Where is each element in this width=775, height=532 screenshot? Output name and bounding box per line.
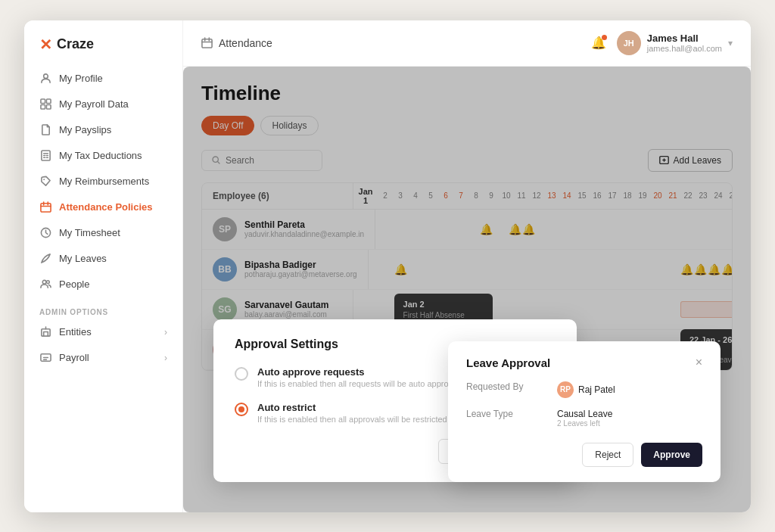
svg-point-10 [46,281,49,284]
radio-inner [238,406,244,412]
leave-type-sub: 2 Leaves left [557,419,612,428]
sidebar-item-entities[interactable]: Entities › [24,319,182,345]
chevron-right-icon: › [164,327,167,338]
radio-option-text: Auto approve requests If this is enabled… [257,366,462,388]
sidebar-item-label: Payroll [59,352,89,363]
app-logo: ✕ Craze [24,20,182,66]
svg-point-9 [42,280,46,284]
modal-leave-footer: Reject Approve [466,443,702,467]
sidebar: ✕ Craze My Profile My Payroll Data My [24,20,183,512]
leave-type-label: Leave Type [466,409,557,419]
sidebar-item-label: My Payslips [59,124,111,135]
user-email: james.hall@aol.com [647,44,722,53]
requested-by-value: RP Raj Patel [557,381,615,398]
sidebar-item-label: My Payroll Data [59,98,129,110]
sidebar-item-label: My Profile [59,73,103,84]
person-icon [39,73,51,85]
radio-auto-restrict[interactable] [235,403,248,416]
user-text: James Hall james.hall@aol.com [647,33,722,53]
app-window: ✕ Craze My Profile My Payroll Data My [24,20,751,512]
building-icon [39,326,51,338]
document-icon [39,124,51,136]
topbar-section: Attendance [201,37,272,49]
user-name: James Hall [647,33,722,44]
chevron-down-icon: ▾ [728,38,733,48]
radio-auto-approve[interactable] [235,367,248,381]
svg-rect-7 [40,204,50,212]
section-title: Attendance [219,37,272,49]
grid-icon [39,98,51,110]
logo-icon: ✕ [39,36,52,54]
sidebar-item-payroll-admin[interactable]: Payroll › [24,345,182,371]
attendance-icon [201,37,213,48]
sidebar-item-people[interactable]: People [24,272,182,297]
avatar: JH [617,31,641,55]
sidebar-item-payslips[interactable]: My Payslips [24,117,182,143]
app-name: Craze [57,36,94,52]
modal-leave-title: Leave Approval [466,356,550,369]
sidebar-item-timesheet[interactable]: My Timesheet [24,220,182,246]
svg-rect-3 [40,104,45,109]
sidebar-item-label: My Timesheet [59,227,120,238]
leave-type-name: Causal Leave [557,409,612,419]
svg-rect-2 [46,99,51,104]
sidebar-nav: My Profile My Payroll Data My Payslips M… [24,66,182,512]
sidebar-item-my-profile[interactable]: My Profile [24,66,182,92]
svg-rect-4 [46,104,51,109]
leaf-icon [39,253,51,265]
admin-section-label: ADMIN OPTIONS [24,297,182,319]
notifications-button[interactable]: 🔔 [591,36,606,50]
tag-icon [39,176,51,188]
calendar-icon [39,201,51,213]
modal-leave-header: Leave Approval × [466,356,702,369]
requested-by-label: Requested By [466,381,557,392]
radio-label: Auto approve requests [257,366,462,378]
sidebar-item-leaves[interactable]: My Leaves [24,246,182,272]
sidebar-item-label: My Leaves [59,253,107,264]
sidebar-item-attendance-policies[interactable]: Attendance Policies [24,194,182,220]
svg-point-6 [43,179,45,180]
svg-rect-5 [41,151,49,160]
leave-approval-modal: Leave Approval × Requested By RP Raj Pat… [448,341,721,482]
sidebar-item-payroll-data[interactable]: My Payroll Data [24,92,182,117]
calculator-icon [39,150,51,162]
page-content: Timeline Day Off Holidays Add Leaves [183,67,751,512]
reject-button[interactable]: Reject [582,443,633,467]
main-content: Attendance 🔔 JH James Hall james.hall@ao… [183,20,751,512]
requester-avatar: RP [557,381,574,398]
approve-button[interactable]: Approve [641,443,702,467]
sidebar-item-label: Attendance Policies [59,201,153,213]
payroll-icon [39,352,51,364]
sidebar-item-reimbursements[interactable]: My Reimbursements [24,169,182,194]
leave-type-value: Causal Leave 2 Leaves left [557,409,612,428]
sidebar-item-label: Entities [59,326,92,338]
people-icon [39,278,51,291]
avatar-initials: JH [624,39,634,48]
svg-point-0 [43,74,48,79]
requester-name: Raj Patel [578,384,615,395]
notification-dot [602,35,607,40]
sidebar-item-label: My Reimbursements [59,176,149,187]
sidebar-item-tax-deductions[interactable]: My Tax Deductions [24,143,182,169]
clock-icon [39,227,51,239]
chevron-right-icon: › [164,353,167,363]
sidebar-item-label: My Tax Deductions [59,150,142,161]
requested-by-row: Requested By RP Raj Patel [466,381,702,398]
svg-rect-1 [40,99,45,104]
radio-desc: If this is enabled then all requests wil… [257,379,462,388]
close-button[interactable]: × [696,356,702,369]
topbar-right: 🔔 JH James Hall james.hall@aol.com ▾ [591,31,733,55]
topbar: Attendance 🔔 JH James Hall james.hall@ao… [183,20,751,67]
sidebar-item-label: People [59,278,89,290]
user-menu[interactable]: JH James Hall james.hall@aol.com ▾ [617,31,733,55]
leave-type-row: Leave Type Causal Leave 2 Leaves left [466,409,702,428]
svg-rect-11 [41,329,49,336]
svg-rect-13 [202,39,212,48]
